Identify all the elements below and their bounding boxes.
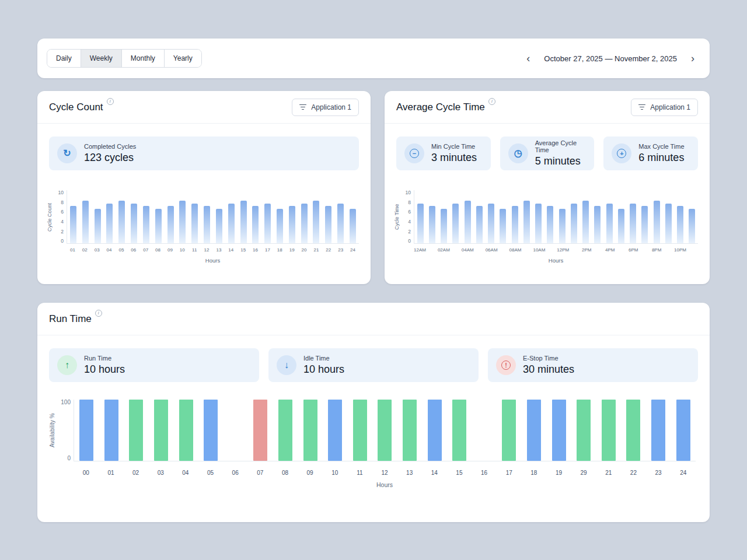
bar	[167, 206, 174, 243]
bar	[155, 209, 162, 243]
bar-slot	[189, 190, 201, 243]
x-tick-label: 08	[152, 247, 164, 253]
tab-monthly[interactable]: Monthly	[122, 50, 165, 67]
bar-slot	[273, 400, 298, 461]
x-tick-label: 07	[247, 470, 273, 476]
clock-icon: ◷	[508, 144, 528, 163]
bar-slot	[627, 190, 639, 243]
x-tick-label: 03	[91, 247, 103, 253]
bar	[428, 400, 442, 461]
application-filter-button[interactable]: Application 1	[631, 99, 698, 116]
bar	[512, 206, 518, 243]
x-tick-label: 07	[139, 247, 152, 253]
x-tick-label: 04	[103, 247, 116, 253]
x-tick-label: 12PM	[557, 247, 569, 253]
bar	[240, 201, 247, 243]
stat-value: 123 cycles	[84, 152, 136, 164]
x-tick-label: 17	[261, 247, 274, 253]
y-axis-title: Cycle Count	[46, 190, 54, 244]
x-tick-label: 14	[422, 470, 447, 476]
x-tick-label	[662, 247, 674, 253]
bar	[594, 206, 601, 243]
tab-daily[interactable]: Daily	[47, 50, 81, 67]
bar-slot	[286, 190, 298, 243]
bar	[106, 204, 113, 243]
bar	[378, 400, 392, 461]
chevron-right-icon[interactable]: ›	[687, 52, 698, 65]
tab-weekly[interactable]: Weekly	[81, 50, 122, 67]
info-icon[interactable]: i	[107, 98, 114, 105]
bar-slot	[533, 190, 544, 243]
bar-slot	[128, 190, 140, 243]
y-axis-ticks: 1086420	[401, 190, 414, 244]
bar-slot	[615, 190, 627, 243]
x-tick-label: 02	[123, 470, 148, 476]
bar-slot	[140, 190, 152, 243]
bar	[253, 400, 267, 461]
bar-slot	[372, 400, 397, 461]
application-filter-button[interactable]: Application 1	[292, 99, 359, 116]
bar	[328, 400, 342, 461]
x-tick-label: 12	[372, 470, 397, 476]
x-tick-label: 23	[334, 247, 347, 253]
chevron-left-icon[interactable]: ‹	[523, 52, 533, 65]
x-tick-label	[426, 247, 438, 253]
x-tick-label: 09	[298, 470, 323, 476]
bar	[452, 204, 459, 243]
avg-cycle-time-stats: − Min Cycle Time 3 minutes ◷ Average Cyc…	[396, 136, 698, 170]
bar-slot	[521, 190, 532, 243]
bar-slot	[603, 190, 615, 243]
completed-cycles-stat: ↻ Completed Cycles 123 cycles	[49, 136, 359, 170]
bar	[204, 206, 210, 243]
run-time-header: Run Time i	[37, 303, 710, 335]
x-tick-label	[521, 247, 533, 253]
plot-column: 0102030405060708091011121314151617181920…	[67, 190, 359, 264]
bar	[301, 204, 308, 243]
bar	[131, 204, 137, 243]
bar-slot	[414, 190, 426, 243]
x-tick-label: 14	[225, 247, 237, 253]
x-tick-label: 12AM	[414, 247, 426, 253]
top-cards-row: Cycle Count i Application 1 ↻ Completed …	[37, 91, 710, 284]
x-tick-label	[639, 247, 651, 253]
bar-slot	[225, 190, 238, 243]
availability-chart: Availability %10000001020304050607080910…	[47, 400, 696, 488]
bar	[216, 209, 222, 243]
info-icon[interactable]: i	[95, 310, 102, 317]
filter-button-label: Application 1	[650, 104, 690, 111]
bar-slot	[662, 190, 674, 243]
estop-time-stat: ! E-Stop Time 30 minutes	[488, 348, 698, 382]
x-tick-label	[592, 247, 604, 253]
tab-yearly[interactable]: Yearly	[165, 50, 201, 67]
average-cycle-time-stat: ◷ Average Cycle Time 5 minutes	[500, 136, 595, 170]
bar-slot	[198, 400, 224, 461]
avg-cycle-time-card: Average Cycle Time i Application 1 − Min…	[385, 91, 710, 284]
bar	[465, 201, 471, 243]
x-tick-label	[616, 247, 627, 253]
info-icon[interactable]: i	[488, 98, 495, 105]
card-title-text: Cycle Count	[49, 102, 103, 113]
bar	[95, 209, 101, 243]
x-tick-label: 03	[148, 470, 173, 476]
x-tick-label: 15	[237, 247, 249, 253]
x-tick-label: 01	[67, 247, 79, 253]
x-tick-label: 24	[347, 247, 359, 253]
bar-slot	[274, 190, 286, 243]
bar-slot	[462, 190, 473, 243]
bar	[547, 206, 553, 243]
x-tick-label: 01	[99, 470, 124, 476]
bar	[313, 201, 319, 243]
x-tick-label: 08	[273, 470, 298, 476]
bar	[191, 204, 198, 243]
stat-label: E-Stop Time	[523, 355, 574, 362]
x-tick-label	[545, 247, 557, 253]
x-tick-label	[569, 247, 581, 253]
bar-slot	[473, 190, 485, 243]
bar	[577, 400, 591, 461]
x-tick-label: 06AM	[486, 247, 498, 253]
bar	[289, 206, 295, 243]
x-tick-label: 18	[522, 470, 547, 476]
x-tick-label: 13	[213, 247, 225, 253]
bar	[641, 206, 648, 243]
x-tick-label: 22	[621, 470, 646, 476]
